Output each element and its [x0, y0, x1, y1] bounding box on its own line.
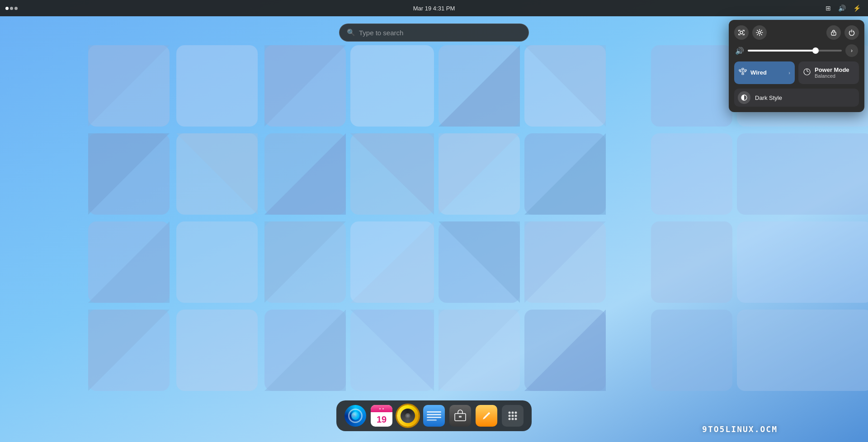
svg-rect-48	[651, 310, 732, 391]
qs-top-left	[734, 25, 767, 40]
qs-network-power-row: Wired › Power Mode Balanced	[734, 61, 859, 84]
desktop: Mar 19 4:31 PM ⊞ 🔊 ⚡ 🔍	[0, 0, 868, 442]
svg-rect-47	[651, 221, 732, 303]
battery-icon[interactable]: ⚡	[851, 4, 863, 13]
power-button[interactable]	[844, 25, 859, 40]
dock-item-music[interactable]	[396, 404, 420, 428]
dark-style-button[interactable]: Dark Style	[734, 89, 859, 107]
svg-rect-46	[651, 133, 732, 215]
svg-point-53	[740, 31, 743, 34]
activity-dot-2	[10, 7, 13, 10]
power-mode-title: Power Mode	[815, 66, 854, 74]
topbar-datetime: Mar 19 4:31 PM	[413, 5, 455, 12]
screenshot-icon	[738, 29, 745, 36]
svg-point-65	[509, 412, 511, 414]
svg-rect-45	[651, 45, 732, 127]
svg-rect-51	[737, 221, 868, 303]
svg-rect-52	[737, 310, 868, 391]
pen-icon	[480, 409, 493, 422]
settings-icon	[756, 29, 763, 36]
wired-card-title: Wired	[750, 69, 785, 76]
svg-point-70	[515, 415, 517, 417]
volume-fill	[748, 50, 816, 52]
quick-settings-panel: 🔊 › Wired	[729, 20, 864, 112]
qs-top-row	[734, 25, 859, 40]
notes-icon	[423, 405, 445, 427]
toolbox-svg-icon	[453, 409, 467, 423]
lock-button[interactable]	[826, 25, 841, 40]
power-icon	[849, 29, 855, 36]
music-icon	[397, 405, 419, 427]
svg-point-72	[512, 418, 514, 420]
svg-rect-50	[737, 133, 868, 215]
svg-point-68	[509, 415, 511, 417]
topbar-left	[5, 7, 18, 10]
power-mode-subtitle: Balanced	[815, 73, 854, 79]
svg-rect-3	[176, 45, 258, 127]
topbar: Mar 19 4:31 PM ⊞ 🔊 ⚡	[0, 0, 868, 16]
svg-rect-36	[176, 310, 258, 391]
network-icon[interactable]: ⊞	[824, 4, 833, 13]
volume-expand-button[interactable]: ›	[845, 44, 858, 57]
volume-thumb	[812, 47, 819, 54]
screenshot-button[interactable]	[734, 25, 749, 40]
svg-point-73	[515, 418, 517, 420]
dock-item-marker[interactable]	[475, 404, 498, 428]
dock-item-browser[interactable]	[344, 404, 367, 428]
search-input[interactable]	[359, 29, 521, 37]
svg-point-67	[515, 412, 517, 414]
marker-icon	[476, 405, 497, 427]
search-icon: 🔍	[347, 28, 355, 37]
volume-speaker-icon: 🔊	[735, 47, 744, 55]
search-bar[interactable]: 🔍	[339, 24, 529, 42]
svg-point-56	[833, 33, 834, 34]
dock-item-notes[interactable]	[422, 404, 446, 428]
search-bar-container: 🔍	[339, 24, 529, 42]
dark-style-label: Dark Style	[755, 94, 782, 101]
dark-style-icon	[738, 91, 750, 104]
half-circle-icon	[741, 94, 748, 101]
wired-network-button[interactable]: Wired ›	[734, 61, 795, 84]
svg-point-54	[759, 32, 761, 34]
grid-dots-icon	[506, 409, 519, 422]
volume-row: 🔊 ›	[734, 44, 859, 57]
activity-dot-1	[5, 7, 9, 10]
calendar-icon: 19	[371, 405, 392, 427]
toolbox-icon	[449, 405, 471, 427]
svg-rect-6	[350, 45, 434, 127]
wired-network-icon	[739, 68, 747, 78]
dock: 19	[336, 400, 532, 431]
power-mode-card-text: Power Mode Balanced	[815, 66, 854, 80]
svg-rect-64	[459, 416, 462, 418]
topbar-right: ⊞ 🔊 ⚡	[824, 4, 863, 13]
browser-icon	[344, 405, 366, 427]
activity-dot-3	[14, 7, 18, 10]
activities-indicator	[5, 7, 18, 10]
dock-item-toolbox[interactable]	[448, 404, 472, 428]
svg-point-69	[512, 415, 514, 417]
dock-item-app-grid[interactable]	[501, 404, 524, 428]
power-balanced-icon	[803, 68, 811, 76]
svg-rect-25	[176, 221, 258, 303]
settings-button[interactable]	[752, 25, 767, 40]
power-mode-button[interactable]: Power Mode Balanced	[798, 61, 859, 84]
dock-item-calendar[interactable]: 19	[370, 404, 393, 428]
wired-chevron-icon: ›	[788, 70, 790, 75]
wired-card-text: Wired	[750, 69, 785, 76]
lock-icon	[830, 29, 837, 36]
svg-point-66	[512, 412, 514, 414]
volume-icon[interactable]: 🔊	[836, 4, 848, 13]
network-wired-icon	[739, 68, 747, 76]
power-mode-icon	[803, 68, 811, 78]
app-grid-icon	[502, 405, 524, 427]
svg-point-71	[509, 418, 511, 420]
qs-top-right	[826, 25, 859, 40]
volume-slider[interactable]	[748, 50, 842, 52]
